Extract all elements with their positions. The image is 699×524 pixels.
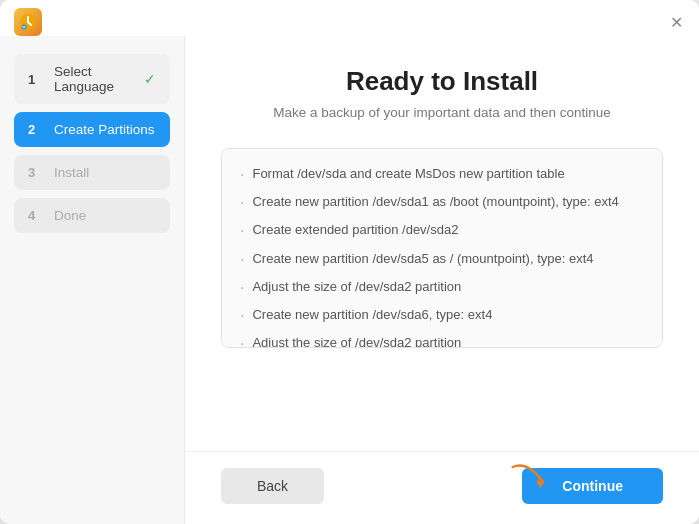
partition-item: ·Create new partition /dev/sda5 as / (mo… [240, 250, 644, 269]
back-button[interactable]: Back [221, 468, 324, 504]
partition-item-text: Format /dev/sda and create MsDos new par… [252, 165, 564, 183]
partition-list: ·Format /dev/sda and create MsDos new pa… [221, 148, 663, 348]
partition-item-text: Adjust the size of /dev/sda2 partition [252, 334, 461, 348]
content-area: Ready to Install Make a backup of your i… [185, 36, 699, 524]
partition-item-text: Adjust the size of /dev/sda2 partition [252, 278, 461, 296]
partition-item-text: Create new partition /dev/sda1 as /boot … [252, 193, 618, 211]
partition-item: ·Format /dev/sda and create MsDos new pa… [240, 165, 644, 184]
step-label: Install [54, 165, 156, 180]
partition-item-text: Create extended partition /dev/sda2 [252, 221, 458, 239]
close-button[interactable]: ✕ [667, 13, 685, 31]
step-label: Select Language [54, 64, 134, 94]
partition-item: ·Adjust the size of /dev/sda2 partition [240, 278, 644, 297]
bullet-icon: · [240, 334, 244, 348]
installer-window: ✕ 1Select Language✓2Create Partitions3In… [0, 0, 699, 524]
step-number: 2 [28, 122, 44, 137]
step-number: 4 [28, 208, 44, 223]
check-icon: ✓ [144, 71, 156, 87]
bullet-icon: · [240, 165, 244, 184]
content-main: Ready to Install Make a backup of your i… [185, 36, 699, 451]
bullet-icon: · [240, 250, 244, 269]
bullet-icon: · [240, 278, 244, 297]
partition-item: ·Create new partition /dev/sda1 as /boot… [240, 193, 644, 212]
partition-item-text: Create new partition /dev/sda6, type: ex… [252, 306, 492, 324]
bullet-icon: · [240, 193, 244, 212]
partition-item: ·Create extended partition /dev/sda2 [240, 221, 644, 240]
bullet-icon: · [240, 306, 244, 325]
step-label: Done [54, 208, 156, 223]
page-subtitle: Make a backup of your important data and… [273, 105, 611, 120]
sidebar: 1Select Language✓2Create Partitions3Inst… [0, 36, 185, 524]
sidebar-item-done: 4Done [14, 198, 170, 233]
arrow-indicator [511, 458, 559, 496]
sidebar-item-select-language[interactable]: 1Select Language✓ [14, 54, 170, 104]
partition-item-text: Create new partition /dev/sda5 as / (mou… [252, 250, 593, 268]
footer: Back Continue [185, 451, 699, 524]
bullet-icon: · [240, 221, 244, 240]
step-number: 3 [28, 165, 44, 180]
svg-point-1 [22, 25, 27, 30]
app-icon [14, 8, 42, 36]
step-label: Create Partitions [54, 122, 156, 137]
sidebar-item-install: 3Install [14, 155, 170, 190]
partition-item: ·Create new partition /dev/sda6, type: e… [240, 306, 644, 325]
step-number: 1 [28, 72, 44, 87]
title-bar: ✕ [0, 0, 699, 36]
main-layout: 1Select Language✓2Create Partitions3Inst… [0, 36, 699, 524]
partition-item: ·Adjust the size of /dev/sda2 partition [240, 334, 644, 348]
sidebar-item-create-partitions[interactable]: 2Create Partitions [14, 112, 170, 147]
page-title: Ready to Install [346, 66, 538, 97]
